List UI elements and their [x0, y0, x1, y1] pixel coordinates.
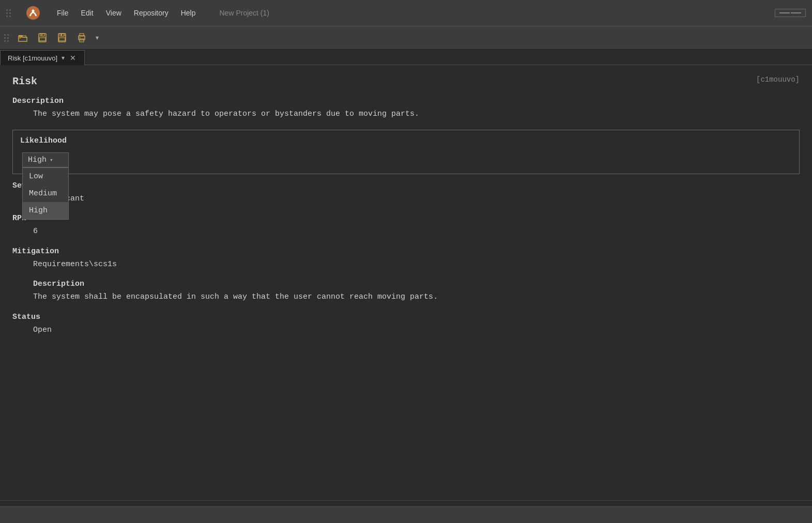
record-id: [c1mouuvo]	[756, 75, 800, 84]
status-label: Status	[12, 313, 800, 321]
severity-value: Significant	[12, 193, 800, 205]
risk-tab[interactable]: Risk [c1mouuvo] ▾ ✕	[0, 50, 85, 65]
description-value: The system may pose a safety hazard to o…	[12, 109, 800, 120]
tab-label: Risk [c1mouuvo]	[8, 54, 57, 62]
likelihood-dropdown-menu: Low Medium High	[22, 167, 69, 220]
mitigation-path: Requirements\scs1s	[12, 259, 800, 271]
likelihood-section: Likelihood High ▾ Low Medium High	[12, 130, 800, 174]
menu-file[interactable]: File	[52, 7, 74, 19]
open-button[interactable]	[13, 29, 32, 47]
title-bar-right	[775, 9, 806, 17]
mitigation-desc-value: The system shall be encapsulated in such…	[12, 291, 800, 303]
save-button[interactable]	[33, 29, 52, 47]
title-bar: File Edit View Repository Help New Proje…	[0, 0, 812, 26]
tab-collapse-button[interactable]: ▾	[62, 54, 65, 61]
status-bar	[0, 506, 812, 523]
menu-help[interactable]: Help	[176, 7, 201, 19]
tab-close-button[interactable]: ✕	[69, 54, 77, 62]
main-content: [c1mouuvo] Risk Description The system m…	[0, 65, 812, 505]
svg-point-15	[80, 37, 81, 38]
svg-rect-5	[39, 38, 45, 41]
severity-label: Severity	[12, 181, 800, 190]
menu-repository[interactable]: Repository	[129, 7, 174, 19]
tab-bar: Risk [c1mouuvo] ▾ ✕	[0, 50, 812, 65]
toolbar-drag-handle[interactable]	[6, 4, 12, 22]
svg-rect-6	[41, 34, 42, 36]
menu-view[interactable]: View	[101, 7, 127, 19]
svg-rect-10	[61, 34, 62, 36]
window-grip	[775, 9, 806, 17]
likelihood-dropdown-arrow: ▾	[50, 157, 53, 163]
status-value: Open	[12, 325, 800, 336]
save-as-button[interactable]: +	[53, 29, 71, 47]
dropdown-option-low[interactable]: Low	[23, 168, 68, 185]
svg-rect-9	[59, 38, 65, 41]
description-label: Description	[12, 97, 800, 105]
page-title: Risk	[12, 75, 800, 87]
app-logo	[25, 5, 41, 21]
project-title: New Project (1)	[220, 9, 269, 17]
dropdown-option-medium[interactable]: Medium	[23, 185, 68, 202]
horizontal-scrollbar[interactable]	[0, 500, 812, 506]
rpn-section: RPN 6	[12, 214, 800, 238]
print-button[interactable]	[72, 29, 91, 47]
rpn-value: 6	[12, 226, 800, 238]
svg-rect-14	[80, 39, 84, 42]
svg-text:+: +	[64, 34, 66, 37]
svg-point-1	[32, 10, 35, 12]
likelihood-dropdown-button[interactable]: High ▾	[22, 152, 69, 167]
toolbar-drag-handle2[interactable]	[4, 29, 10, 47]
likelihood-label: Likelihood	[20, 136, 792, 145]
dropdown-option-high[interactable]: High	[23, 202, 68, 219]
mitigation-label: Mitigation	[12, 247, 800, 256]
likelihood-dropdown-container: High ▾ Low Medium High	[22, 152, 69, 167]
mitigation-desc-label: Description	[33, 280, 800, 288]
rpn-label: RPN	[12, 214, 800, 223]
menu-bar: File Edit View Repository Help	[52, 7, 201, 19]
menu-edit[interactable]: Edit	[76, 7, 99, 19]
toolbar: + ▾	[0, 26, 812, 50]
likelihood-selected-value: High	[28, 156, 47, 164]
toolbar-more-dropdown[interactable]: ▾	[92, 29, 102, 47]
